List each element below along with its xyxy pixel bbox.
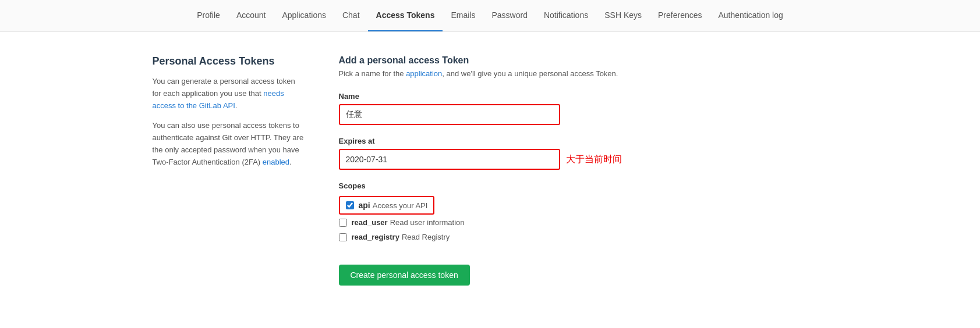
nav-item-ssh-keys[interactable]: SSH Keys: [596, 0, 650, 31]
nav-item-profile[interactable]: Profile: [189, 0, 228, 31]
form-subtitle: Pick a name for the application, and we'…: [339, 69, 828, 78]
sidebar-description: Personal Access Tokens You can generate …: [153, 55, 304, 286]
application-link[interactable]: application: [406, 69, 442, 78]
expires-input[interactable]: [339, 149, 560, 170]
2fa-link[interactable]: enabled: [263, 158, 289, 166]
name-group: Name: [339, 92, 828, 125]
nav-item-chat[interactable]: Chat: [334, 0, 368, 31]
top-navigation: ProfileAccountApplicationsChatAccess Tok…: [0, 0, 980, 32]
scope-api-checkbox[interactable]: [346, 201, 354, 209]
scope-api-desc: Access your API: [373, 201, 428, 210]
scope-read-user-checkbox[interactable]: [339, 219, 347, 227]
main-container: Personal Access Tokens You can generate …: [141, 32, 840, 309]
sidebar-title: Personal Access Tokens: [153, 55, 304, 67]
scope-read-user-desc: Read user information: [390, 218, 465, 227]
nav-item-access-tokens[interactable]: Access Tokens: [368, 0, 443, 31]
name-input[interactable]: [339, 104, 560, 125]
scope-read-registry-desc: Read Registry: [402, 233, 450, 241]
nav-item-account[interactable]: Account: [228, 0, 274, 31]
scope-api-name: api: [359, 201, 370, 210]
form-title: Add a personal access Token: [339, 55, 828, 66]
scope-read-registry-item: read_registry Read Registry: [339, 233, 828, 241]
scopes-group: Scopes api Access your API read_user Rea…: [339, 181, 828, 241]
scope-read-registry-name: read_registry: [352, 233, 399, 241]
expires-wrapper: 大于当前时间: [339, 149, 642, 170]
nav-item-preferences[interactable]: Preferences: [650, 0, 710, 31]
nav-item-notifications[interactable]: Notifications: [536, 0, 596, 31]
expires-hint: 大于当前时间: [566, 154, 622, 166]
nav-item-password[interactable]: Password: [483, 0, 535, 31]
nav-item-emails[interactable]: Emails: [443, 0, 483, 31]
sidebar-para1: You can generate a personal access token…: [153, 76, 304, 112]
expires-label: Expires at: [339, 137, 828, 145]
scope-read-registry-checkbox[interactable]: [339, 233, 347, 241]
nav-item-authentication-log[interactable]: Authentication log: [710, 0, 791, 31]
scope-read-user-name: read_user: [352, 218, 388, 227]
form-area: Add a personal access Token Pick a name …: [339, 55, 828, 286]
scope-read-user-item: read_user Read user information: [339, 218, 828, 227]
sidebar-para2: You can also use personal access tokens …: [153, 120, 304, 168]
submit-button[interactable]: Create personal access token: [339, 265, 470, 286]
scope-api-box: api Access your API: [339, 196, 435, 215]
expires-group: Expires at 大于当前时间: [339, 137, 828, 170]
nav-item-applications[interactable]: Applications: [274, 0, 334, 31]
gitlab-api-link[interactable]: needs access to the GitLab API: [153, 89, 284, 110]
scopes-label: Scopes: [339, 181, 828, 190]
name-label: Name: [339, 92, 828, 101]
